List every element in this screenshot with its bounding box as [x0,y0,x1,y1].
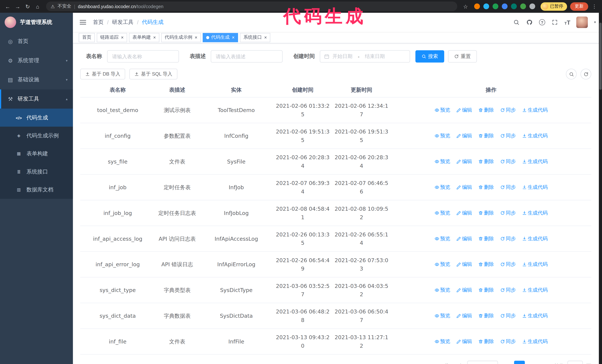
table-name-input[interactable] [107,50,179,62]
eye-action-link[interactable]: 预览 [434,157,450,166]
tab-form-builder[interactable]: 表单构建× [129,33,159,42]
eye-action-link[interactable]: 预览 [434,286,450,294]
import-db-button[interactable]: 基于 DB 导入 [80,69,125,79]
sync-action-link[interactable]: 同步 [500,131,516,140]
page-size-select[interactable]: 10条/页 ▾ [467,361,498,364]
edit-action-link[interactable]: 编辑 [456,234,472,243]
eye-action-link[interactable]: 预览 [434,183,450,191]
sidebar-item-infra[interactable]: ▤基础设施▾ [0,70,73,89]
download-action-link[interactable]: 生成代码 [522,312,548,320]
sidebar-item-db-doc[interactable]: ▥数据库文档 [0,181,73,199]
chevron-down-icon[interactable]: ▾ [594,20,596,24]
goto-page-input[interactable] [567,361,583,364]
tab-api[interactable]: 系统接口× [240,33,270,42]
download-action-link[interactable]: 生成代码 [522,183,548,191]
eye-action-link[interactable]: 预览 [434,106,450,114]
edit-action-link[interactable]: 编辑 [456,131,472,140]
delete-action-link[interactable]: 删除 [478,234,494,243]
edit-action-link[interactable]: 编辑 [456,337,472,346]
download-action-link[interactable]: 生成代码 [522,157,548,166]
close-icon[interactable]: × [121,35,124,40]
sidebar-item-codegen[interactable]: </>代码生成 [0,109,73,127]
download-action-link[interactable]: 生成代码 [522,106,548,114]
download-action-link[interactable]: 生成代码 [522,337,548,346]
bookmark-star-icon[interactable]: ☆ [461,2,470,11]
font-size-icon[interactable]: TT [564,19,570,26]
eye-action-link[interactable]: 预览 [434,337,450,346]
sync-action-link[interactable]: 同步 [500,337,516,346]
download-action-link[interactable]: 生成代码 [522,234,548,243]
page-scrollbar[interactable] [599,13,602,364]
page-number-1[interactable]: 1 [514,361,525,364]
close-icon[interactable]: × [264,35,267,40]
edit-action-link[interactable]: 编辑 [456,260,472,269]
github-icon[interactable] [526,19,533,26]
sync-action-link[interactable]: 同步 [500,286,516,294]
sidebar-item-system[interactable]: ⚙系统管理▾ [0,51,73,70]
sidebar-item-devtools[interactable]: ⚒研发工具▴ [0,89,73,109]
download-action-link[interactable]: 生成代码 [522,209,548,217]
delete-action-link[interactable]: 删除 [478,131,494,140]
sidebar-item-codegen-example[interactable]: ◈代码生成示例 [0,127,73,145]
browser-menu-icon[interactable]: ⋮ [590,2,599,11]
delete-action-link[interactable]: 删除 [478,209,494,217]
eye-action-link[interactable]: 预览 [434,312,450,320]
tab-home[interactable]: 首页 [79,33,95,42]
sync-action-link[interactable]: 同步 [500,209,516,217]
eye-action-link[interactable]: 预览 [434,131,450,140]
close-icon[interactable]: × [195,35,197,40]
close-icon[interactable]: × [232,35,235,40]
sidebar-item-api[interactable]: ≣系统接口 [0,163,73,181]
tab-codegen-example[interactable]: 代码生成示例× [161,33,201,42]
delete-action-link[interactable]: 删除 [478,260,494,269]
sync-action-link[interactable]: 同步 [500,157,516,166]
sync-action-link[interactable]: 同步 [500,234,516,243]
edit-action-link[interactable]: 编辑 [456,209,472,217]
reset-button[interactable]: 重置 [448,50,477,62]
extension-icon[interactable] [502,3,507,9]
tab-tracer[interactable]: 链路追踪× [97,33,127,42]
breadcrumb-item[interactable]: 研发工具 [112,19,134,26]
help-icon[interactable]: ? [539,19,545,25]
delete-action-link[interactable]: 删除 [478,183,494,191]
tab-codegen[interactable]: 代码生成× [203,33,238,42]
extension-icon[interactable] [529,3,535,9]
extension-icon[interactable] [492,3,498,9]
back-icon[interactable]: ← [3,2,12,11]
edit-action-link[interactable]: 编辑 [456,106,472,114]
hamburger-menu-icon[interactable] [79,18,87,26]
import-sql-button[interactable]: 基于 SQL 导入 [129,69,177,79]
delete-action-link[interactable]: 删除 [478,337,494,346]
browser-update-button[interactable]: 更新 [570,2,588,10]
eye-action-link[interactable]: 预览 [434,234,450,243]
user-avatar[interactable] [576,16,588,28]
delete-action-link[interactable]: 删除 [478,286,494,294]
search-icon[interactable] [513,19,520,26]
profile-chip[interactable]: 已暂停 [540,2,567,10]
download-action-link[interactable]: 生成代码 [522,286,548,294]
scrollbar-thumb[interactable] [599,23,602,90]
download-action-link[interactable]: 生成代码 [522,260,548,269]
edit-action-link[interactable]: 编辑 [456,286,472,294]
reload-icon[interactable]: ↻ [23,2,32,11]
delete-action-link[interactable]: 删除 [478,106,494,114]
eye-action-link[interactable]: 预览 [434,260,450,269]
eye-action-link[interactable]: 预览 [434,209,450,217]
extension-icon[interactable] [511,3,516,9]
address-bar[interactable]: ⚠ 不安全 | dashboard.yudao.iocoder.cn/tool/… [46,1,457,11]
sync-action-link[interactable]: 同步 [500,312,516,320]
prev-page-button[interactable]: ‹ [501,361,511,364]
delete-action-link[interactable]: 删除 [478,312,494,320]
search-button[interactable]: 搜索 [416,50,444,62]
breadcrumb-item[interactable]: 首页 [93,19,104,26]
forward-icon[interactable]: → [13,2,22,11]
page-number-2[interactable]: 2 [527,361,538,364]
table-desc-input[interactable] [211,50,283,62]
create-time-range-picker[interactable]: 开始日期 - 结束日期 [320,50,410,62]
sync-action-link[interactable]: 同步 [500,183,516,191]
edit-action-link[interactable]: 编辑 [456,157,472,166]
sidebar-item-form-builder[interactable]: ▦表单构建 [0,145,73,163]
sidebar-item-home[interactable]: ◎首页 [0,32,73,51]
sync-action-link[interactable]: 同步 [500,260,516,269]
sync-action-link[interactable]: 同步 [500,106,516,114]
